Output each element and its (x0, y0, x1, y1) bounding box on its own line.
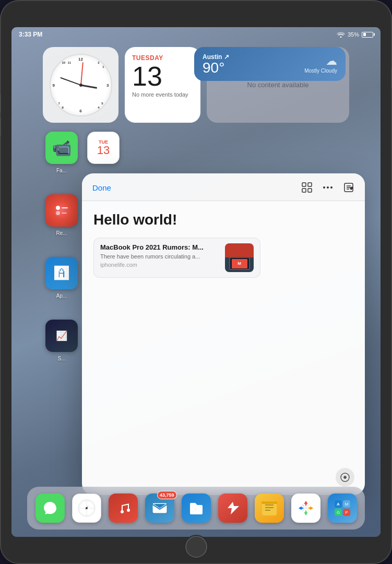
notes-icon (262, 500, 277, 516)
home-button[interactable] (185, 536, 207, 558)
link-domain: iphonelife.com (100, 262, 219, 268)
appstore-combined-icon: A M G P (334, 500, 351, 516)
popup-body: Hello world! MacBook Pro 2021 Rumors: M.… (82, 201, 365, 288)
dock-appstore[interactable]: A M G P (328, 494, 357, 523)
ipad-screen: 3:33 PM 35% (11, 27, 381, 537)
svg-rect-2 (302, 189, 306, 192)
music-icon (115, 500, 131, 516)
svg-text:P: P (345, 510, 348, 515)
popup-header-icons (301, 182, 354, 193)
svg-point-19 (86, 507, 88, 509)
files-icon (188, 500, 205, 516)
mail-badge: 43,759 (157, 491, 177, 499)
dock-music[interactable] (109, 494, 138, 523)
dock-mail[interactable]: 43,759 (145, 494, 174, 523)
volume-up-button[interactable] (0, 94, 1, 112)
svg-point-6 (330, 186, 332, 189)
mail-icon (151, 501, 168, 515)
dock-messages[interactable] (35, 494, 65, 523)
popup-header: Done (82, 173, 365, 201)
svg-rect-1 (308, 183, 312, 186)
svg-point-5 (327, 186, 329, 189)
popup-title: Hello world! (93, 212, 353, 228)
safari-icon (77, 499, 96, 518)
popup-bottom-right (336, 468, 354, 487)
popup-card: Done (82, 173, 365, 495)
battery-icon (362, 32, 373, 38)
popup-overlay: Done (11, 27, 381, 537)
svg-rect-3 (308, 189, 312, 192)
messages-icon (42, 500, 58, 516)
link-preview[interactable]: MacBook Pro 2021 Rumors: M... There have… (93, 238, 260, 278)
dock-spark[interactable] (218, 494, 247, 523)
spark-icon (224, 500, 241, 516)
dock-photos[interactable] (291, 494, 320, 523)
status-time: 3:33 PM (19, 31, 42, 38)
svg-rect-0 (302, 183, 306, 186)
ipad-frame: 3:33 PM 35% (0, 0, 392, 564)
wifi-icon (337, 31, 345, 38)
link-thumbnail: M (225, 243, 254, 272)
svg-rect-27 (262, 501, 277, 504)
thumb-inner: M (225, 243, 254, 272)
svg-text:A: A (337, 502, 340, 507)
svg-point-4 (323, 186, 325, 189)
dock-safari[interactable] (72, 494, 101, 523)
dock: 43,759 (27, 487, 365, 530)
more-options-icon[interactable] (322, 182, 334, 193)
link-description: There have been rumors circulating a... (100, 253, 219, 260)
edit-icon[interactable] (343, 182, 354, 193)
link-info: MacBook Pro 2021 Rumors: M... There have… (100, 243, 219, 272)
dock-files[interactable] (182, 494, 211, 523)
svg-text:M: M (345, 502, 348, 507)
popup-done-button[interactable]: Done (92, 183, 111, 192)
photos-icon (296, 499, 315, 518)
grid-view-icon[interactable] (301, 182, 313, 193)
status-right: 35% (337, 31, 373, 38)
status-bar: 3:33 PM 35% (11, 27, 381, 42)
volume-down-button[interactable] (0, 118, 1, 136)
link-title: MacBook Pro 2021 Rumors: M... (100, 243, 219, 251)
svg-text:G: G (336, 510, 339, 515)
svg-point-30 (304, 507, 307, 510)
dock-notes[interactable] (255, 494, 284, 523)
battery-percentage: 35% (348, 31, 359, 38)
scroll-icon[interactable] (336, 468, 354, 487)
svg-point-12 (344, 476, 346, 478)
